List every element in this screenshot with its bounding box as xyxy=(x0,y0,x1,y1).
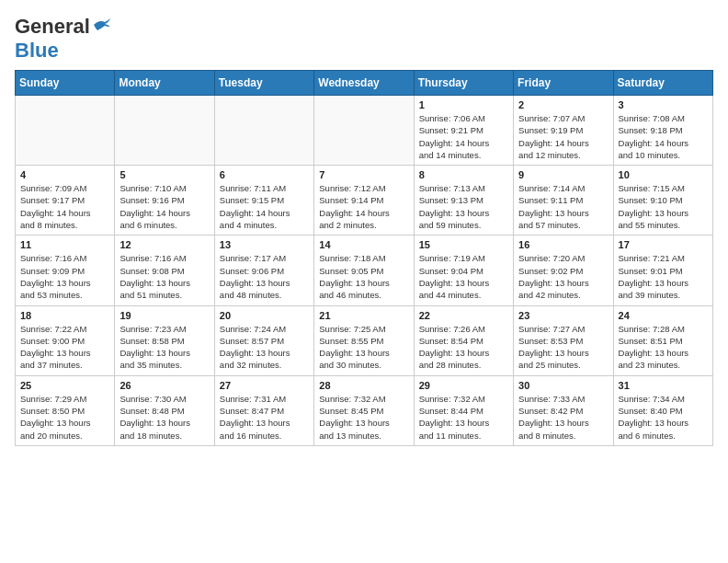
calendar-cell: 23Sunrise: 7:27 AM Sunset: 8:53 PM Dayli… xyxy=(514,305,613,375)
day-number: 20 xyxy=(220,310,309,321)
calendar-cell: 5Sunrise: 7:10 AM Sunset: 9:16 PM Daylig… xyxy=(115,166,214,236)
day-info: Sunrise: 7:11 AM Sunset: 9:15 PM Dayligh… xyxy=(220,182,309,231)
logo-bird-icon xyxy=(92,17,110,32)
calendar-cell: 9Sunrise: 7:14 AM Sunset: 9:11 PM Daylig… xyxy=(514,166,613,236)
calendar-cell: 25Sunrise: 7:29 AM Sunset: 8:50 PM Dayli… xyxy=(16,375,115,445)
day-number: 2 xyxy=(518,99,608,110)
day-number: 9 xyxy=(518,169,608,180)
calendar-cell: 19Sunrise: 7:23 AM Sunset: 8:58 PM Dayli… xyxy=(115,305,214,375)
day-number: 15 xyxy=(419,239,508,250)
page-header: General Blue xyxy=(15,15,713,63)
calendar-cell: 13Sunrise: 7:17 AM Sunset: 9:06 PM Dayli… xyxy=(214,236,313,305)
day-number: 26 xyxy=(119,380,209,391)
day-info: Sunrise: 7:22 AM Sunset: 9:00 PM Dayligh… xyxy=(20,323,109,372)
calendar-cell: 31Sunrise: 7:34 AM Sunset: 8:40 PM Dayli… xyxy=(613,375,712,445)
calendar-cell: 6Sunrise: 7:11 AM Sunset: 9:15 PM Daylig… xyxy=(214,166,313,236)
day-info: Sunrise: 7:14 AM Sunset: 9:11 PM Dayligh… xyxy=(518,182,608,231)
calendar-cell: 20Sunrise: 7:24 AM Sunset: 8:57 PM Dayli… xyxy=(214,305,313,375)
logo: General Blue xyxy=(15,15,110,63)
calendar-cell: 10Sunrise: 7:15 AM Sunset: 9:10 PM Dayli… xyxy=(613,166,712,236)
day-info: Sunrise: 7:10 AM Sunset: 9:16 PM Dayligh… xyxy=(119,182,209,231)
calendar-week-3: 11Sunrise: 7:16 AM Sunset: 9:09 PM Dayli… xyxy=(16,236,713,305)
day-number: 8 xyxy=(419,169,508,180)
calendar-cell: 1Sunrise: 7:06 AM Sunset: 9:21 PM Daylig… xyxy=(414,96,513,166)
day-info: Sunrise: 7:06 AM Sunset: 9:21 PM Dayligh… xyxy=(419,112,508,161)
day-number: 4 xyxy=(20,169,109,180)
day-info: Sunrise: 7:16 AM Sunset: 9:09 PM Dayligh… xyxy=(20,252,109,301)
day-number: 21 xyxy=(319,310,408,321)
calendar-cell: 24Sunrise: 7:28 AM Sunset: 8:51 PM Dayli… xyxy=(613,305,712,375)
day-number: 13 xyxy=(220,239,309,250)
calendar-week-1: 1Sunrise: 7:06 AM Sunset: 9:21 PM Daylig… xyxy=(16,96,713,166)
day-number: 31 xyxy=(619,380,708,391)
day-info: Sunrise: 7:20 AM Sunset: 9:02 PM Dayligh… xyxy=(518,252,608,301)
day-header-wednesday: Wednesday xyxy=(314,71,414,96)
calendar-week-2: 4Sunrise: 7:09 AM Sunset: 9:17 PM Daylig… xyxy=(16,166,713,236)
calendar-cell: 18Sunrise: 7:22 AM Sunset: 9:00 PM Dayli… xyxy=(16,305,115,375)
calendar-cell: 3Sunrise: 7:08 AM Sunset: 9:18 PM Daylig… xyxy=(613,96,712,166)
day-number: 1 xyxy=(419,99,508,110)
day-header-sunday: Sunday xyxy=(16,71,115,96)
logo-blue: Blue xyxy=(15,39,59,62)
calendar-week-5: 25Sunrise: 7:29 AM Sunset: 8:50 PM Dayli… xyxy=(16,375,713,445)
day-header-tuesday: Tuesday xyxy=(214,71,313,96)
day-number: 25 xyxy=(20,380,109,391)
day-info: Sunrise: 7:19 AM Sunset: 9:04 PM Dayligh… xyxy=(419,252,508,301)
day-number: 7 xyxy=(319,169,408,180)
day-number: 29 xyxy=(419,380,508,391)
calendar-cell: 30Sunrise: 7:33 AM Sunset: 8:42 PM Dayli… xyxy=(514,375,613,445)
day-info: Sunrise: 7:15 AM Sunset: 9:10 PM Dayligh… xyxy=(619,182,708,231)
day-number: 12 xyxy=(119,239,209,250)
calendar-cell: 27Sunrise: 7:31 AM Sunset: 8:47 PM Dayli… xyxy=(214,375,313,445)
calendar-cell: 14Sunrise: 7:18 AM Sunset: 9:05 PM Dayli… xyxy=(314,236,414,305)
day-number: 5 xyxy=(119,169,209,180)
day-info: Sunrise: 7:12 AM Sunset: 9:14 PM Dayligh… xyxy=(319,182,408,231)
logo-general: General xyxy=(15,15,90,39)
day-info: Sunrise: 7:30 AM Sunset: 8:48 PM Dayligh… xyxy=(119,393,209,442)
day-header-friday: Friday xyxy=(514,71,613,96)
calendar-cell xyxy=(314,96,414,166)
day-number: 30 xyxy=(518,380,608,391)
day-number: 10 xyxy=(619,169,708,180)
day-info: Sunrise: 7:31 AM Sunset: 8:47 PM Dayligh… xyxy=(220,393,309,442)
day-number: 27 xyxy=(220,380,309,391)
day-number: 3 xyxy=(619,99,708,110)
calendar-cell: 4Sunrise: 7:09 AM Sunset: 9:17 PM Daylig… xyxy=(16,166,115,236)
day-info: Sunrise: 7:16 AM Sunset: 9:08 PM Dayligh… xyxy=(119,252,209,301)
day-info: Sunrise: 7:07 AM Sunset: 9:19 PM Dayligh… xyxy=(518,112,608,161)
day-info: Sunrise: 7:32 AM Sunset: 8:45 PM Dayligh… xyxy=(319,393,408,442)
calendar-cell: 8Sunrise: 7:13 AM Sunset: 9:13 PM Daylig… xyxy=(414,166,513,236)
day-number: 24 xyxy=(619,310,708,321)
calendar-cell: 7Sunrise: 7:12 AM Sunset: 9:14 PM Daylig… xyxy=(314,166,414,236)
day-number: 23 xyxy=(518,310,608,321)
day-number: 28 xyxy=(319,380,408,391)
calendar-cell: 29Sunrise: 7:32 AM Sunset: 8:44 PM Dayli… xyxy=(414,375,513,445)
calendar-cell: 21Sunrise: 7:25 AM Sunset: 8:55 PM Dayli… xyxy=(314,305,414,375)
calendar-cell: 15Sunrise: 7:19 AM Sunset: 9:04 PM Dayli… xyxy=(414,236,513,305)
day-info: Sunrise: 7:17 AM Sunset: 9:06 PM Dayligh… xyxy=(220,252,309,301)
day-info: Sunrise: 7:18 AM Sunset: 9:05 PM Dayligh… xyxy=(319,252,408,301)
day-number: 14 xyxy=(319,239,408,250)
calendar-cell xyxy=(16,96,115,166)
calendar-cell xyxy=(115,96,214,166)
day-info: Sunrise: 7:27 AM Sunset: 8:53 PM Dayligh… xyxy=(518,323,608,372)
day-number: 17 xyxy=(619,239,708,250)
day-number: 11 xyxy=(20,239,109,250)
calendar-cell: 22Sunrise: 7:26 AM Sunset: 8:54 PM Dayli… xyxy=(414,305,513,375)
day-header-monday: Monday xyxy=(115,71,214,96)
calendar-cell: 26Sunrise: 7:30 AM Sunset: 8:48 PM Dayli… xyxy=(115,375,214,445)
day-info: Sunrise: 7:08 AM Sunset: 9:18 PM Dayligh… xyxy=(619,112,708,161)
calendar-cell: 11Sunrise: 7:16 AM Sunset: 9:09 PM Dayli… xyxy=(16,236,115,305)
calendar-week-4: 18Sunrise: 7:22 AM Sunset: 9:00 PM Dayli… xyxy=(16,305,713,375)
calendar-cell: 16Sunrise: 7:20 AM Sunset: 9:02 PM Dayli… xyxy=(514,236,613,305)
day-header-saturday: Saturday xyxy=(613,71,712,96)
day-info: Sunrise: 7:23 AM Sunset: 8:58 PM Dayligh… xyxy=(119,323,209,372)
day-info: Sunrise: 7:09 AM Sunset: 9:17 PM Dayligh… xyxy=(20,182,109,231)
day-number: 22 xyxy=(419,310,508,321)
calendar-cell: 17Sunrise: 7:21 AM Sunset: 9:01 PM Dayli… xyxy=(613,236,712,305)
day-info: Sunrise: 7:32 AM Sunset: 8:44 PM Dayligh… xyxy=(419,393,508,442)
calendar-cell: 2Sunrise: 7:07 AM Sunset: 9:19 PM Daylig… xyxy=(514,96,613,166)
day-number: 6 xyxy=(220,169,309,180)
day-number: 18 xyxy=(20,310,109,321)
day-info: Sunrise: 7:24 AM Sunset: 8:57 PM Dayligh… xyxy=(220,323,309,372)
